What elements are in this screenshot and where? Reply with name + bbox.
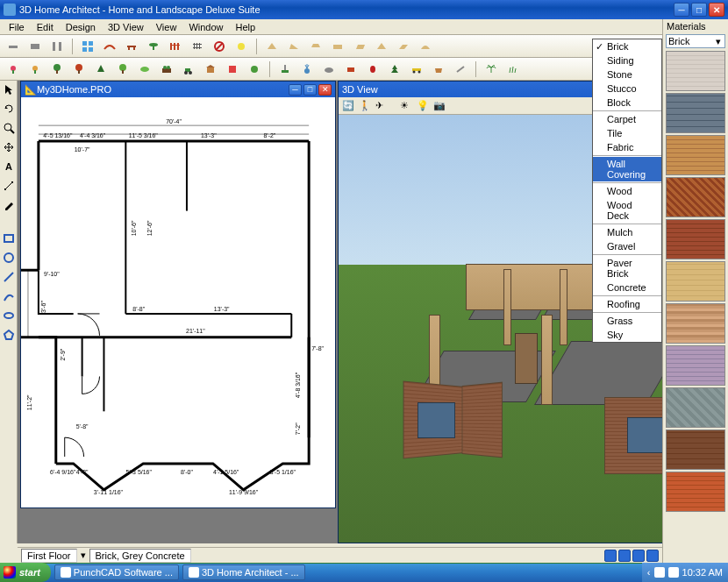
menu-help[interactable]: Help xyxy=(231,21,261,33)
tool-tree2-icon[interactable] xyxy=(69,60,89,79)
measure-icon[interactable] xyxy=(2,179,16,193)
menu-edit[interactable]: Edit xyxy=(32,21,59,33)
materials-combo[interactable]: Brick ▾ xyxy=(666,34,725,48)
tool-nosign-icon[interactable] xyxy=(210,37,229,56)
materials-menu-item[interactable]: Wall Covering xyxy=(593,157,661,181)
tool-shape3-icon[interactable] xyxy=(306,37,325,56)
menu-window[interactable]: Window xyxy=(183,21,228,33)
tool-table-icon[interactable] xyxy=(144,37,163,56)
materials-menu-item[interactable]: Stone xyxy=(593,67,661,82)
material-swatch[interactable] xyxy=(666,177,725,217)
material-swatch[interactable] xyxy=(666,429,725,470)
floorplan-canvas[interactable]: 70'-4" 4'-5 13/16" 4'-4 3/16" 11'-5 3/16… xyxy=(21,97,335,507)
tool-shape6-icon[interactable] xyxy=(372,37,391,56)
tool-wall3-icon[interactable] xyxy=(47,37,67,56)
tool-grid-icon[interactable] xyxy=(78,37,97,56)
tool-plow-icon[interactable] xyxy=(451,60,470,79)
tool-track-icon[interactable] xyxy=(188,37,207,56)
tool-flower1-icon[interactable] xyxy=(4,60,23,79)
tray-icon[interactable] xyxy=(668,567,679,578)
tool-tree4-icon[interactable] xyxy=(113,60,132,79)
tool-bridge-icon[interactable] xyxy=(100,37,119,56)
materials-menu-item[interactable]: Grass xyxy=(593,314,661,328)
tool-shape4-icon[interactable] xyxy=(328,37,347,56)
materials-menu-item[interactable]: Wood xyxy=(593,184,661,198)
tool-sprinkler-icon[interactable] xyxy=(297,60,317,79)
menu-file[interactable]: File xyxy=(4,21,30,33)
close-button[interactable]: ✕ xyxy=(709,3,724,17)
materials-menu-item[interactable]: Paver Brick xyxy=(593,256,661,280)
maximize-button[interactable]: □ xyxy=(691,3,707,17)
tool-tree3-icon[interactable] xyxy=(91,60,111,79)
system-tray[interactable]: ‹ 10:32 AM xyxy=(642,563,728,582)
material-swatch[interactable] xyxy=(666,345,725,386)
tool-plant1-icon[interactable] xyxy=(135,60,154,79)
tool-car-icon[interactable] xyxy=(407,60,426,79)
pan-icon[interactable] xyxy=(2,140,16,154)
3d-sun-icon[interactable]: ☀ xyxy=(399,99,413,113)
tool-bug-icon[interactable] xyxy=(363,60,382,79)
menu-view[interactable]: View xyxy=(151,21,182,33)
text-icon[interactable]: A xyxy=(2,160,16,174)
zoom-icon[interactable] xyxy=(2,121,16,135)
material-swatch[interactable] xyxy=(666,472,725,512)
view-3d-icon[interactable] xyxy=(632,550,645,562)
menu-design[interactable]: Design xyxy=(61,21,101,33)
circle-icon[interactable] xyxy=(2,251,16,265)
3d-walk-icon[interactable]: 🚶 xyxy=(358,99,372,113)
materials-menu-item[interactable]: Tile xyxy=(593,126,661,140)
start-button[interactable]: start xyxy=(0,563,51,582)
curve-icon[interactable] xyxy=(2,289,16,303)
3d-camera-icon[interactable]: 📷 xyxy=(432,99,446,113)
view-grid-icon[interactable] xyxy=(646,550,659,562)
taskbar-task[interactable]: 3D Home Architect - ... xyxy=(182,564,305,580)
materials-menu-item[interactable]: Stucco xyxy=(593,82,661,96)
tool-grill-icon[interactable] xyxy=(341,60,360,79)
tool-brush-icon[interactable] xyxy=(275,60,295,79)
tool-fence-icon[interactable] xyxy=(166,37,185,56)
material-swatch[interactable] xyxy=(666,93,725,133)
menu-3dview[interactable]: 3D View xyxy=(103,21,149,33)
rect-icon[interactable] xyxy=(2,231,16,245)
materials-menu-item[interactable]: Block xyxy=(593,96,661,110)
polygon-icon[interactable] xyxy=(2,328,16,342)
pencil-icon[interactable] xyxy=(2,198,16,212)
materials-menu-item[interactable]: Siding xyxy=(593,53,661,67)
tool-pine-icon[interactable] xyxy=(385,60,404,79)
minimize-button[interactable]: ─ xyxy=(674,3,689,17)
tool-basket-icon[interactable] xyxy=(429,60,448,79)
line-icon[interactable] xyxy=(2,270,16,284)
status-floor[interactable]: First Floor xyxy=(21,549,77,563)
tool-light-icon[interactable] xyxy=(232,37,251,56)
view-2d-icon[interactable] xyxy=(604,550,617,562)
materials-menu-item[interactable]: Fabric xyxy=(593,140,661,154)
material-swatch[interactable] xyxy=(666,261,725,302)
material-swatch[interactable] xyxy=(666,387,725,428)
tool-wall2-icon[interactable] xyxy=(25,37,45,56)
plan-min-button[interactable]: ─ xyxy=(289,84,302,96)
taskbar-task[interactable]: PunchCAD Software ... xyxy=(54,564,179,580)
tool-shed-icon[interactable] xyxy=(201,60,220,79)
materials-menu-item[interactable]: Roofing xyxy=(593,297,661,311)
3d-fly-icon[interactable]: ✈ xyxy=(375,99,389,113)
tool-shape5-icon[interactable] xyxy=(350,37,369,56)
tool-shape2-icon[interactable] xyxy=(284,37,303,56)
tool-stone-icon[interactable] xyxy=(319,60,339,79)
pointer-icon[interactable] xyxy=(2,82,16,96)
view-elev-icon[interactable] xyxy=(618,550,631,562)
materials-menu-item[interactable]: Concrete xyxy=(593,280,661,295)
tool-tree1-icon[interactable] xyxy=(47,60,67,79)
3d-bulb-icon[interactable]: 💡 xyxy=(416,99,430,113)
3d-orbit-icon[interactable]: 🔄 xyxy=(341,99,355,113)
tool-decor-icon[interactable] xyxy=(223,60,242,79)
tool-mower-icon[interactable] xyxy=(179,60,198,79)
tool-garden-icon[interactable] xyxy=(157,60,176,79)
tool-palm-icon[interactable] xyxy=(482,60,501,79)
materials-menu-item[interactable]: Brick xyxy=(593,39,661,53)
tool-shape8-icon[interactable] xyxy=(416,37,435,56)
tool-shape7-icon[interactable] xyxy=(394,37,413,56)
tool-shape1-icon[interactable] xyxy=(262,37,282,56)
tool-wall-icon[interactable] xyxy=(4,37,23,56)
tray-icon[interactable] xyxy=(654,567,665,578)
rotate-icon[interactable] xyxy=(2,102,16,116)
